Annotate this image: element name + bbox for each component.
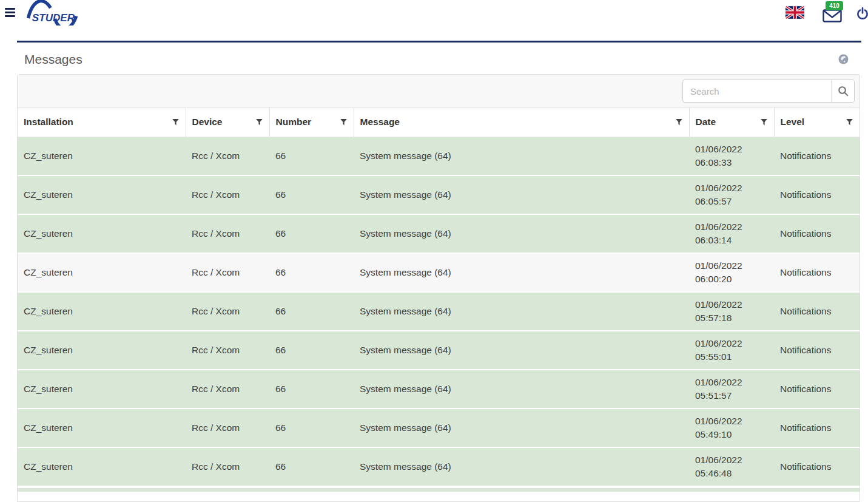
- cell-number: 66: [269, 447, 354, 486]
- table-toolbar: [18, 75, 860, 108]
- cell-installation: CZ_suteren: [18, 370, 186, 409]
- cell-level: Notifications: [774, 331, 860, 370]
- search-box: [682, 80, 855, 103]
- header-divider: [17, 41, 861, 42]
- cell-date: 01/06/202206:05:57: [689, 175, 774, 214]
- filter-icon[interactable]: [760, 118, 768, 126]
- cell-message: System message (64): [354, 370, 689, 409]
- table-row[interactable]: CZ_suterenRcc / Xcom66System message (64…: [18, 447, 860, 486]
- cell-message: System message (64): [354, 175, 689, 214]
- search-input[interactable]: [683, 86, 831, 97]
- cell-level: Notifications: [774, 175, 860, 214]
- cell-installation: CZ_suteren: [18, 409, 186, 447]
- cell-device: Rcc / Xcom: [186, 447, 269, 486]
- column-header-date[interactable]: Date: [689, 108, 774, 137]
- cell-level: Notifications: [774, 253, 860, 292]
- column-header-number[interactable]: Number: [269, 108, 354, 137]
- filter-icon[interactable]: [846, 118, 853, 126]
- studer-logo-text: STUDER: [32, 13, 75, 24]
- cell-device: Rcc / Xcom: [186, 175, 269, 214]
- messages-table-body: CZ_suterenRcc / Xcom66System message (64…: [18, 137, 860, 486]
- table-row[interactable]: CZ_suterenRcc / Xcom66System message (64…: [18, 370, 860, 409]
- column-label: Device: [192, 117, 223, 127]
- column-header-level[interactable]: Level: [774, 108, 860, 137]
- column-label: Number: [276, 117, 312, 127]
- cell-number: 66: [269, 370, 354, 409]
- column-label: Level: [781, 117, 805, 127]
- cell-level: Notifications: [774, 292, 860, 331]
- top-bar: STUDER 410: [0, 0, 868, 40]
- cell-installation: CZ_suteren: [18, 331, 186, 370]
- cell-date: 01/06/202205:57:18: [689, 292, 774, 331]
- partial-next-row: [18, 487, 860, 492]
- studer-logo-icon: STUDER: [25, 0, 80, 25]
- table-row[interactable]: CZ_suterenRcc / Xcom66System message (64…: [18, 214, 860, 253]
- cell-device: Rcc / Xcom: [186, 409, 269, 447]
- cell-installation: CZ_suteren: [18, 292, 186, 331]
- cell-number: 66: [269, 409, 354, 447]
- messages-envelope-icon[interactable]: [823, 9, 842, 22]
- menu-icon[interactable]: [5, 8, 15, 17]
- table-row[interactable]: CZ_suterenRcc / Xcom66System message (64…: [18, 292, 860, 331]
- cell-date: 01/06/202206:08:33: [689, 137, 774, 175]
- globe-icon[interactable]: [838, 54, 849, 64]
- cell-device: Rcc / Xcom: [186, 137, 269, 175]
- cell-level: Notifications: [774, 447, 860, 486]
- table-header-row: Installation Device Number Message Date: [18, 108, 860, 137]
- cell-message: System message (64): [354, 292, 689, 331]
- cell-device: Rcc / Xcom: [186, 292, 269, 331]
- cell-message: System message (64): [354, 253, 689, 292]
- cell-level: Notifications: [774, 409, 860, 447]
- cell-number: 66: [269, 175, 354, 214]
- cell-date: 01/06/202206:03:14: [689, 214, 774, 253]
- cell-installation: CZ_suteren: [18, 137, 186, 175]
- filter-icon[interactable]: [255, 118, 263, 126]
- cell-installation: CZ_suteren: [18, 175, 186, 214]
- column-header-installation[interactable]: Installation: [18, 108, 186, 137]
- cell-installation: CZ_suteren: [18, 253, 186, 292]
- cell-level: Notifications: [774, 137, 860, 175]
- cell-number: 66: [269, 253, 354, 292]
- cell-date: 01/06/202206:00:20: [689, 253, 774, 292]
- filter-icon[interactable]: [340, 118, 348, 126]
- messages-panel: Installation Device Number Message Date: [17, 74, 860, 502]
- table-row[interactable]: CZ_suterenRcc / Xcom66System message (64…: [18, 175, 860, 214]
- table-row[interactable]: CZ_suterenRcc / Xcom66System message (64…: [18, 253, 860, 292]
- cell-message: System message (64): [354, 409, 689, 447]
- cell-message: System message (64): [354, 331, 689, 370]
- table-row[interactable]: CZ_suterenRcc / Xcom66System message (64…: [18, 409, 860, 447]
- power-logout-icon[interactable]: [856, 7, 868, 19]
- cell-device: Rcc / Xcom: [186, 253, 269, 292]
- search-button[interactable]: [831, 80, 854, 102]
- studer-logo[interactable]: STUDER: [25, 0, 80, 25]
- cell-device: Rcc / Xcom: [186, 331, 269, 370]
- cell-level: Notifications: [774, 370, 860, 409]
- messages-table: Installation Device Number Message Date: [18, 108, 860, 487]
- column-header-device[interactable]: Device: [186, 108, 269, 137]
- page-title: Messages: [24, 52, 82, 67]
- cell-date: 01/06/202205:51:57: [689, 370, 774, 409]
- language-flag-icon[interactable]: [786, 6, 804, 19]
- cell-message: System message (64): [354, 447, 689, 486]
- filter-icon[interactable]: [675, 118, 683, 126]
- filter-icon[interactable]: [172, 118, 180, 126]
- cell-message: System message (64): [354, 137, 689, 175]
- table-row[interactable]: CZ_suterenRcc / Xcom66System message (64…: [18, 331, 860, 370]
- column-header-message[interactable]: Message: [354, 108, 689, 137]
- column-label: Installation: [24, 117, 73, 127]
- cell-level: Notifications: [774, 214, 860, 253]
- cell-message: System message (64): [354, 214, 689, 253]
- cell-installation: CZ_suteren: [18, 214, 186, 253]
- column-label: Date: [696, 117, 716, 127]
- table-row[interactable]: CZ_suterenRcc / Xcom66System message (64…: [18, 137, 860, 175]
- cell-installation: CZ_suteren: [18, 447, 186, 486]
- cell-number: 66: [269, 331, 354, 370]
- magnifier-icon: [838, 86, 849, 97]
- cell-number: 66: [269, 292, 354, 331]
- column-label: Message: [360, 117, 400, 127]
- cell-date: 01/06/202205:55:01: [689, 331, 774, 370]
- cell-device: Rcc / Xcom: [186, 214, 269, 253]
- cell-number: 66: [269, 214, 354, 253]
- cell-date: 01/06/202205:46:48: [689, 447, 774, 486]
- cell-number: 66: [269, 137, 354, 175]
